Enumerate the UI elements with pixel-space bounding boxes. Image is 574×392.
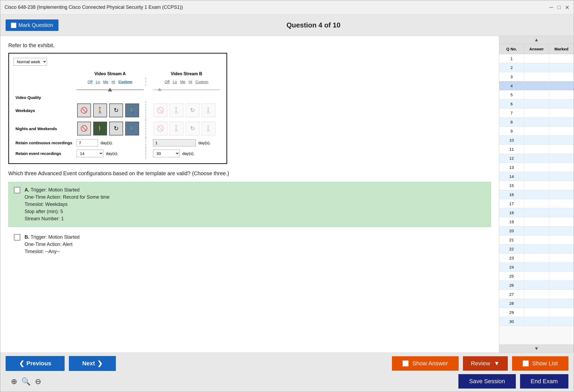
stream-b-lo[interactable]: Lo	[173, 80, 177, 84]
mark-question-button[interactable]: Mark Question	[6, 19, 58, 31]
sidebar-row-3[interactable]: 3	[499, 72, 574, 81]
nights-b-me-icon[interactable]: ↻	[186, 122, 199, 135]
close-button[interactable]: ✕	[565, 4, 569, 11]
weekdays-a-hi-icon[interactable]: 🚶‍♂️	[125, 103, 139, 117]
week-dropdown[interactable]: Normal week	[13, 58, 47, 66]
stream-b-me[interactable]: Me	[180, 80, 185, 84]
stream-b-off[interactable]: Off	[165, 80, 170, 84]
sidebar-cell-q25: 25	[499, 272, 524, 281]
save-session-button[interactable]: Save Session	[458, 374, 516, 389]
sidebar-row-12[interactable]: 12	[499, 154, 574, 163]
show-answer-button[interactable]: Show Answer	[392, 356, 458, 371]
retain-event-b-select[interactable]: 30	[153, 150, 180, 157]
sidebar-row-1[interactable]: 1	[499, 54, 574, 63]
sidebar-list[interactable]: 1 2 3 4 5 6 7 8 9 10 11 12 13 14 15 16 1…	[499, 54, 574, 345]
sidebar-row-22[interactable]: 22	[499, 245, 574, 254]
sidebar-row-15[interactable]: 15	[499, 181, 574, 190]
stream-b-hi[interactable]: Hi	[189, 80, 192, 84]
sidebar-cell-a26	[524, 281, 549, 290]
sidebar-row-25[interactable]: 25	[499, 272, 574, 281]
window-title: Cisco 648-238 (Implementing Cisco Connec…	[5, 5, 183, 10]
zoom-normal-icon[interactable]: 🔍	[21, 377, 31, 386]
end-exam-button[interactable]: End Exam	[520, 374, 569, 389]
sidebar-row-4[interactable]: 4	[499, 81, 574, 90]
stream-a-custom[interactable]: Custom	[118, 80, 132, 84]
weekdays-b-lo-icon[interactable]: 🚶	[170, 103, 183, 117]
sidebar-cell-a19	[524, 217, 549, 226]
weekdays-b-hi-icon[interactable]: 🚶‍♂️	[202, 103, 215, 117]
weekdays-b-off-icon[interactable]: 🚫	[154, 103, 167, 117]
sidebar-row-26[interactable]: 26	[499, 281, 574, 290]
minimize-button[interactable]: ─	[549, 4, 553, 11]
stream-a-off[interactable]: Off	[88, 80, 92, 84]
sidebar-row-2[interactable]: 2	[499, 63, 574, 72]
sidebar-cell-m7	[549, 109, 574, 117]
sidebar-row-18[interactable]: 18	[499, 208, 574, 217]
show-answer-label: Show Answer	[412, 360, 448, 367]
retain-event-a-select[interactable]: 14	[77, 150, 103, 157]
zoom-in-icon[interactable]: ⊕	[11, 377, 17, 386]
answer-option-a[interactable]: A. Trigger: Motion Started One-Time Acti…	[8, 182, 491, 227]
sidebar-row-9[interactable]: 9	[499, 127, 574, 136]
sidebar-row-13[interactable]: 13	[499, 163, 574, 172]
sidebar-row-30[interactable]: 30	[499, 317, 574, 326]
sidebar-scroll-up[interactable]: ▲	[499, 36, 574, 44]
previous-button[interactable]: ❮ Previous	[6, 356, 65, 371]
maximize-button[interactable]: □	[557, 4, 561, 11]
retain-continuous-b-input[interactable]: 1	[153, 139, 196, 146]
sidebar-row-6[interactable]: 6	[499, 99, 574, 109]
sidebar-row-5[interactable]: 5	[499, 90, 574, 99]
weekdays-b-me-icon[interactable]: ↻	[186, 103, 199, 117]
sidebar-row-20[interactable]: 20	[499, 226, 574, 235]
nights-b-off-icon[interactable]: 🚫	[154, 122, 167, 135]
sidebar-row-8[interactable]: 8	[499, 118, 574, 127]
sidebar-cell-q15: 15	[499, 181, 524, 190]
sidebar-row-14[interactable]: 14	[499, 172, 574, 181]
weekdays-a-off-icon[interactable]: 🚫	[77, 103, 91, 117]
question-title: Question 4 of 10	[58, 21, 568, 29]
weekdays-a-lo-icon[interactable]: 🚶	[93, 103, 107, 117]
sidebar-cell-m27	[549, 290, 574, 299]
sidebar-row-19[interactable]: 19	[499, 217, 574, 226]
sidebar-row-10[interactable]: 10	[499, 136, 574, 145]
stream-a-me[interactable]: Me	[103, 80, 108, 84]
answer-option-b[interactable]: B. Trigger: Motion Started One-Time Acti…	[8, 229, 491, 260]
exhibit-box: Normal week Video Stream A	[8, 53, 227, 164]
nights-b-hi-icon[interactable]: 🚶‍♂️	[202, 122, 215, 135]
sidebar-row-7[interactable]: 7	[499, 109, 574, 118]
show-list-button[interactable]: ✓ Show List	[512, 356, 568, 371]
answer-a-checkbox[interactable]	[14, 187, 20, 193]
sidebar-col-answer: Answer	[524, 44, 549, 54]
nights-a-hi-icon[interactable]: 🚶‍♂️	[125, 122, 139, 135]
mark-checkbox-icon	[11, 23, 16, 28]
sidebar-row-11[interactable]: 11	[499, 145, 574, 154]
review-button[interactable]: Review ▼	[463, 356, 508, 371]
question-area: Refer to the exhibit. Normal week	[0, 36, 499, 353]
sidebar-row-16[interactable]: 16	[499, 190, 574, 199]
sidebar-row-23[interactable]: 23	[499, 254, 574, 263]
bottom-row2: ⊕ 🔍 ⊖ Save Session End Exam	[0, 374, 574, 392]
sidebar-cell-m24	[549, 263, 574, 271]
next-button[interactable]: Next ❯	[69, 356, 116, 371]
nights-a-off-icon[interactable]: 🚫	[77, 122, 91, 135]
sidebar-row-21[interactable]: 21	[499, 235, 574, 245]
retain-continuous-a-input[interactable]: 7	[77, 139, 98, 146]
answer-b-checkbox[interactable]	[14, 234, 20, 241]
nights-a-me-icon[interactable]: ↻	[109, 122, 123, 135]
stream-a-lo[interactable]: Lo	[96, 80, 100, 84]
sidebar-row-24[interactable]: 24	[499, 263, 574, 272]
mark-question-label: Mark Question	[18, 22, 53, 28]
answer-b-text: B. Trigger: Motion Started One-Time Acti…	[25, 234, 80, 255]
nights-a-lo-icon[interactable]: 🚶	[93, 122, 107, 135]
weekdays-a-me-icon[interactable]: ↻	[109, 103, 123, 117]
sidebar-scroll-down[interactable]: ▼	[499, 345, 574, 353]
sidebar-row-17[interactable]: 17	[499, 199, 574, 208]
sidebar-row-28[interactable]: 28	[499, 299, 574, 308]
stream-b-custom[interactable]: Custom	[195, 80, 208, 84]
sidebar-cell-a1	[524, 54, 549, 63]
stream-a-hi[interactable]: Hi	[112, 80, 115, 84]
sidebar-row-27[interactable]: 27	[499, 290, 574, 299]
nights-b-lo-icon[interactable]: 🚶	[170, 122, 183, 135]
zoom-out-icon[interactable]: ⊖	[35, 377, 41, 386]
sidebar-row-29[interactable]: 29	[499, 308, 574, 317]
